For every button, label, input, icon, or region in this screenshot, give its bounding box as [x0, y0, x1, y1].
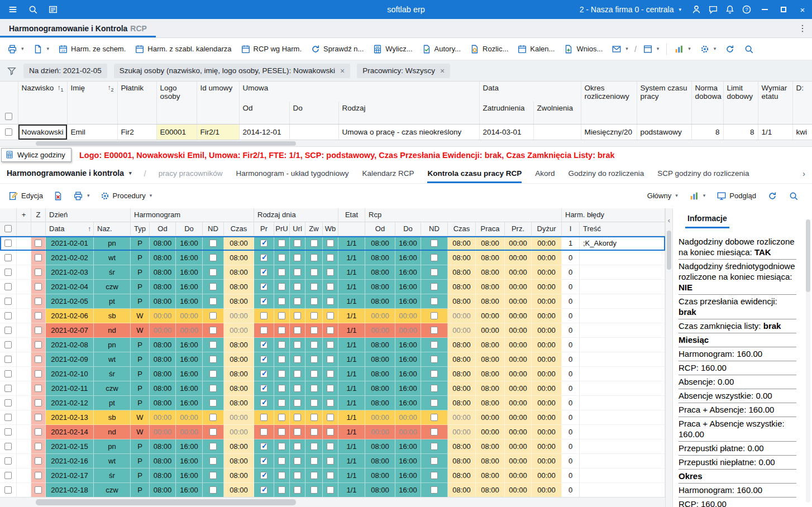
checkbox[interactable] — [311, 240, 318, 247]
checkbox[interactable] — [278, 370, 285, 377]
checkbox[interactable] — [327, 443, 334, 450]
cell-r_czas[interactable]: 00:00 — [448, 323, 476, 338]
cell-r_czas[interactable]: 08:00 — [448, 483, 476, 498]
cell-rowcheck[interactable] — [0, 381, 17, 396]
cell-tresc[interactable] — [580, 265, 665, 280]
rozliczenia-button[interactable]: Rozlic... — [466, 41, 512, 58]
cell-praca[interactable]: 08:00 — [476, 251, 505, 265]
cell-platnik[interactable]: Fir2 — [117, 124, 156, 140]
cell-pr[interactable] — [254, 265, 274, 280]
cell-dyzur[interactable]: 00:00 — [532, 410, 562, 425]
chart-view-button[interactable]: ▾ — [687, 188, 708, 204]
checkbox[interactable] — [327, 457, 334, 465]
cell-i[interactable]: 0 — [562, 367, 580, 381]
cell-i[interactable]: 0 — [562, 265, 580, 280]
tab-informacje[interactable]: Informacje — [685, 213, 729, 228]
checkbox[interactable] — [209, 399, 217, 406]
col-header-pru[interactable]: PrU — [274, 222, 290, 236]
checkbox[interactable] — [327, 399, 334, 406]
checkbox[interactable] — [209, 312, 217, 319]
cell-blank[interactable] — [17, 454, 31, 468]
cell-wb[interactable] — [323, 251, 338, 265]
subtab-4[interactable]: Akord — [535, 164, 555, 183]
checkbox[interactable] — [209, 327, 217, 334]
cell-typ[interactable]: P — [131, 236, 150, 251]
cell-zw[interactable] — [305, 352, 323, 367]
cell-blank[interactable] — [17, 309, 31, 323]
cell-blank[interactable] — [17, 352, 31, 367]
col-header-dyzur[interactable]: Dyżur — [532, 222, 562, 236]
cell-blank[interactable] — [17, 265, 31, 280]
module-selector[interactable]: Harmonogramowanie i kontrola ▾ — [7, 164, 132, 183]
cell-wb[interactable] — [323, 338, 338, 352]
cell-h_czas[interactable]: 08:00 — [224, 251, 254, 265]
cell-r_do[interactable]: 16:00 — [395, 265, 421, 280]
cell-date[interactable]: 2021-02-10 — [46, 367, 94, 381]
checkbox[interactable] — [278, 298, 285, 305]
cell-wb[interactable] — [323, 236, 338, 251]
cell-day[interactable]: czw — [94, 280, 131, 294]
cell-h_nd[interactable] — [203, 338, 224, 352]
cell-tresc[interactable] — [580, 338, 665, 352]
cell-etat[interactable]: 1/1 — [338, 410, 365, 425]
cell-date[interactable]: 2021-02-17 — [46, 468, 94, 483]
cell-dyzur[interactable]: 00:00 — [532, 323, 562, 338]
cell-date[interactable]: 2021-02-11 — [46, 381, 94, 396]
checkbox[interactable] — [311, 428, 318, 436]
cell-z[interactable] — [31, 236, 46, 251]
cell-h_do[interactable]: 16:00 — [176, 236, 203, 251]
checkbox[interactable] — [209, 486, 217, 494]
cell-pru[interactable] — [274, 454, 290, 468]
cell-praca[interactable]: 00:00 — [476, 323, 505, 338]
cell-rowcheck[interactable] — [0, 294, 17, 309]
cell-praca[interactable]: 08:00 — [476, 280, 505, 294]
cell-etat[interactable]: 1/1 — [338, 367, 365, 381]
cell-z[interactable] — [31, 410, 46, 425]
cell-h_od[interactable]: 00:00 — [150, 410, 176, 425]
cell-typ[interactable]: P — [131, 468, 150, 483]
cell-pru[interactable] — [274, 381, 290, 396]
cell-r_czas[interactable]: 08:00 — [448, 338, 476, 352]
cell-h_czas[interactable]: 08:00 — [224, 338, 254, 352]
cell-day[interactable]: pt — [94, 294, 131, 309]
cell-zw[interactable] — [305, 265, 323, 280]
cell-etat[interactable]: 1/1 — [338, 425, 365, 439]
cell-etat[interactable]: 1/1 — [338, 236, 365, 251]
cell-tresc[interactable] — [580, 396, 665, 410]
cell-dyzur[interactable]: 00:00 — [532, 280, 562, 294]
col-header-umowa-od[interactable]: Od — [239, 102, 289, 124]
checkbox[interactable] — [5, 113, 12, 120]
checkbox[interactable] — [431, 443, 438, 450]
cell-r_czas[interactable]: 08:00 — [448, 396, 476, 410]
cell-url[interactable] — [290, 381, 305, 396]
checkbox[interactable] — [260, 428, 268, 436]
cell-i[interactable]: 0 — [562, 454, 580, 468]
cell-zw[interactable] — [305, 410, 323, 425]
checkbox[interactable] — [327, 327, 334, 334]
checkbox[interactable] — [35, 312, 42, 319]
checkbox[interactable] — [278, 327, 285, 334]
cell-praca[interactable]: 08:00 — [476, 381, 505, 396]
cell-pru[interactable] — [274, 425, 290, 439]
cell-blank[interactable] — [17, 468, 31, 483]
cell-url[interactable] — [290, 338, 305, 352]
cell-imie[interactable]: Emil — [67, 124, 117, 140]
cell-pr[interactable] — [254, 425, 274, 439]
cell-prz[interactable]: 00:00 — [505, 309, 532, 323]
checkbox[interactable] — [4, 356, 12, 363]
checkbox[interactable] — [278, 283, 285, 290]
cell-tresc[interactable] — [580, 381, 665, 396]
cell-r_od[interactable]: 08:00 — [365, 265, 395, 280]
checkbox[interactable] — [431, 327, 438, 334]
checkbox[interactable] — [311, 385, 318, 392]
cell-date[interactable]: 2021-02-15 — [46, 439, 94, 454]
cell-h_od[interactable]: 08:00 — [150, 294, 176, 309]
cell-rowcheck[interactable] — [0, 265, 17, 280]
cell-h_od[interactable]: 08:00 — [150, 367, 176, 381]
checkbox[interactable] — [4, 428, 12, 436]
cell-z[interactable] — [31, 251, 46, 265]
cell-rowcheck[interactable] — [0, 236, 17, 251]
cell-wb[interactable] — [323, 280, 338, 294]
checkbox[interactable] — [278, 472, 285, 479]
cell-praca[interactable]: 08:00 — [476, 454, 505, 468]
